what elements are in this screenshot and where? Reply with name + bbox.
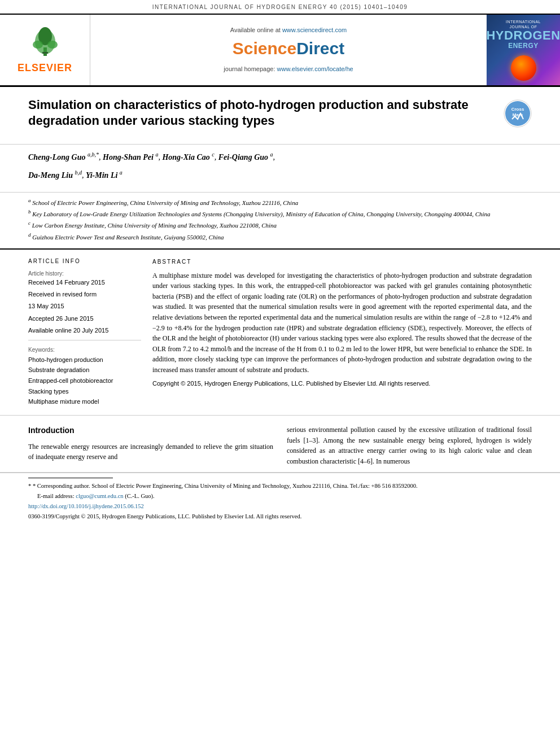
author-hongxia-cao: Hong-Xia Cao [162,153,209,161]
keyword-5: Multiphase mixture model [28,396,141,407]
body-section: Introduction The renewable energy resour… [0,416,560,473]
author-sup-6: a [120,169,123,176]
journal-header-bar: INTERNATIONAL JOURNAL OF HYDROGEN ENERGY… [0,0,560,15]
article-info-heading: ARTICLE INFO [28,257,141,265]
revised-form-label: Received in revised form [28,290,141,299]
keywords-section: Keywords: Photo-hydrogen production Subs… [28,346,141,407]
affil-sup-b: b [28,209,31,215]
keywords-label: Keywords: [28,346,141,354]
available-online: Available online at www.sciencedirect.co… [230,26,347,34]
keyword-2: Substrate degradation [28,365,141,375]
svg-point-3 [33,41,43,49]
authors-section: Cheng-Long Guo a,b,*, Hong-Shan Pei a, H… [0,145,560,193]
affiliation-c: c Low Carbon Energy Institute, China Uni… [28,220,532,230]
author-sup-5: b,d [75,169,82,176]
footnote-email-line: E-mail address: clguo@cumt.edu.cn (C.-L.… [28,492,532,501]
svg-rect-5 [42,52,48,54]
elsevier-logo-area: ELSEVIER [0,15,90,85]
article-info-abstract-section: ARTICLE INFO Article history: Received 1… [0,250,560,416]
footnote-corresponding-label: * Corresponding author. [33,483,90,489]
available-online-link[interactable]: www.sciencedirect.com [282,27,347,33]
keyword-3: Entrapped-cell photobioreactor [28,375,141,386]
two-col-body: Introduction The renewable energy resour… [28,425,532,466]
author-sup-3: c [212,151,214,158]
body-right-column: serious environmental pollution caused b… [287,425,532,466]
footnote-star: * [28,483,33,489]
svg-text:Cross: Cross [511,107,524,112]
affiliation-a: a School of Electric Power Engineering, … [28,197,532,207]
affil-text-d: Guizhou Electric Power Test and Research… [32,233,224,240]
received-date: Received 14 February 2015 [28,278,141,287]
author-sup-2: a [155,151,158,158]
cover-circle-graphic [511,55,536,81]
article-info-column: ARTICLE INFO Article history: Received 1… [28,257,141,407]
footnote-corresponding: * * Corresponding author. School of Elec… [28,482,532,491]
article-title-text: Simulation on characteristics of photo-h… [28,97,492,138]
abstract-text: A multiphase mixture model was developed… [152,270,532,388]
sciencedirect-sci: Science [233,39,296,58]
footnote-email-label: E-mail address: [37,493,75,499]
crossmark-badge[interactable]: Cross Mark [504,99,532,128]
abstract-column: ABSTRACT A multiphase mixture model was … [152,257,532,407]
sciencedirect-direct: Direct [296,39,344,58]
hydrogen-cover-title: International Journal of HYDROGEN ENERGY [486,19,560,51]
cover-energy: ENERGY [486,42,560,51]
author-dameng-liu: Da-Meng Liu [28,171,73,180]
footnote-corresponding-text: School of Electric Power Engineering, Ch… [91,483,417,489]
affil-text-a: School of Electric Power Engineering, Ch… [32,199,298,206]
footnote-email-link[interactable]: clguo@cumt.edu.cn [76,493,123,499]
affil-text-c: Low Carbon Energy Institute, China Unive… [32,222,277,229]
top-header: ELSEVIER Available online at www.science… [0,15,560,87]
article-main-title: Simulation on characteristics of photo-h… [28,97,492,129]
affil-sup-c: c [28,220,30,226]
cover-international: International [486,19,560,24]
body-left-column: Introduction The renewable energy resour… [28,425,273,466]
svg-point-4 [47,41,58,49]
article-history-label: Article history: [28,270,141,278]
intro-left-text: The renewable energy resources are incre… [28,442,273,462]
sciencedirect-center: Available online at www.sciencedirect.co… [90,15,487,85]
affil-sup-a: a [28,198,31,203]
footnote-doi-link[interactable]: http://dx.doi.org/10.1016/j.ijhydene.201… [28,503,144,509]
authors-line-2: Da-Meng Liu b,d, Yi-Min Li a [28,168,532,182]
cover-hydrogen: HYDROGEN [486,29,560,42]
footnote-divider-line [28,478,113,478]
elsevier-tree-icon [25,25,65,59]
affiliation-d: d Guizhou Electric Power Test and Resear… [28,231,532,242]
author-chenglong-guo: Cheng-Long Guo [28,153,86,161]
author-feiqiang-guo: Fei-Qiang Guo [218,153,268,161]
available-online-date: Available online 20 July 2015 [28,326,141,335]
intro-right-text: serious environmental pollution caused b… [287,425,532,466]
keyword-4: Stacking types [28,386,141,397]
journal-homepage: journal homepage: www.elsevier.com/locat… [224,65,353,73]
author-sup-4: a [270,151,273,158]
revised-date: 13 May 2015 [28,302,141,311]
introduction-heading: Introduction [28,425,273,437]
abstract-paragraph: A multiphase mixture model was developed… [152,270,532,375]
keyword-1: Photo-hydrogen production [28,355,141,365]
abstract-copyright: Copyright © 2015, Hydrogen Energy Public… [152,379,532,388]
author-hongshan-pei: Hong-Shan Pei [103,153,154,161]
info-divider [28,340,141,340]
footnote-doi-line: http://dx.doi.org/10.1016/j.ijhydene.201… [28,502,532,511]
author-sup-1: a,b,* [88,151,99,158]
journal-homepage-link[interactable]: www.elsevier.com/locate/he [277,65,353,72]
footnote-email-suffix: (C.-L. Guo). [125,493,155,499]
hydrogen-cover: International Journal of HYDROGEN ENERGY [487,15,560,85]
affil-text-b: Key Laboratory of Low-Grade Energy Utili… [32,211,490,217]
accepted-date: Accepted 26 June 2015 [28,314,141,323]
footnote-issn-line: 0360-3199/Copyright © 2015, Hydrogen Ene… [28,512,532,521]
elsevier-label: ELSEVIER [18,61,72,75]
abstract-heading: ABSTRACT [152,257,532,266]
affiliation-b: b Key Laboratory of Low-Grade Energy Uti… [28,208,532,219]
authors-line-1: Cheng-Long Guo a,b,*, Hong-Shan Pei a, H… [28,150,532,164]
footnote-section: * * Corresponding author. School of Elec… [0,473,560,525]
sciencedirect-logo: ScienceDirect [233,37,344,60]
affiliations-section: a School of Electric Power Engineering, … [0,193,560,250]
affil-sup-d: d [28,232,31,238]
author-yimin-li: Yi-Min Li [86,171,117,180]
article-title-section: Simulation on characteristics of photo-h… [0,87,560,145]
journal-header-text: INTERNATIONAL JOURNAL OF HYDROGEN ENERGY… [152,4,408,10]
